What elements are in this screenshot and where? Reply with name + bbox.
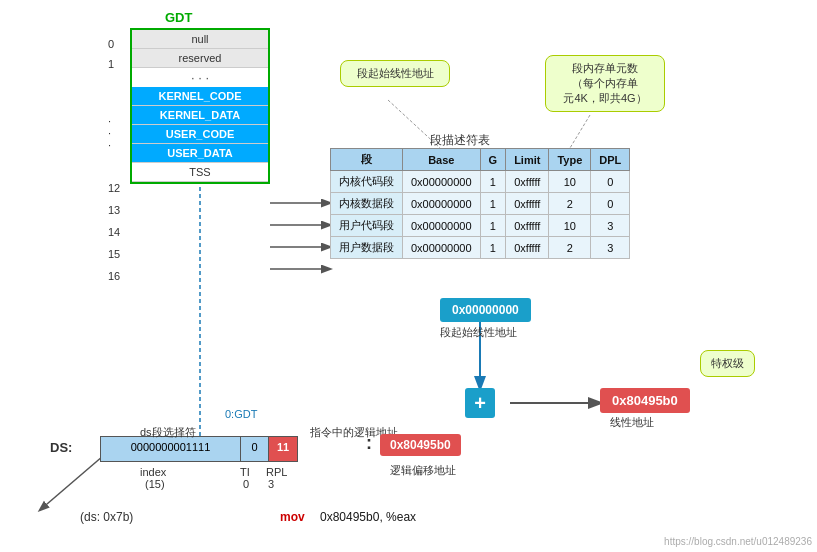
gdt-ref-label: 0:GDT (225, 408, 257, 420)
blue-box-base: 0x00000000 (440, 298, 531, 322)
rpl-value: 3 (268, 478, 274, 490)
gdt-index-dots: ··· (108, 115, 111, 151)
table-row: 用户数据段 0x00000000 1 0xfffff 2 3 (331, 237, 630, 259)
gdt-title: GDT (165, 10, 192, 25)
ti-value: 0 (243, 478, 249, 490)
rpl-label: RPL (266, 466, 287, 478)
index-value: (15) (145, 478, 165, 490)
gdt-row-tss: TSS (132, 163, 268, 182)
seg-col-header-type: Type (549, 149, 591, 171)
gdt-index-1: 1 (108, 58, 114, 70)
gdt-index-12: 12 (108, 182, 120, 194)
gdt-index-15: 15 (108, 248, 120, 260)
gdt-row-user-code: USER_CODE (132, 125, 268, 144)
logical-offset-label: 逻辑偏移地址 (390, 463, 456, 478)
gdt-row-null: null (132, 30, 268, 49)
offset-value-box: 0x80495b0 (380, 434, 461, 456)
watermark: https://blog.csdn.net/u012489236 (664, 536, 812, 547)
gdt-row-reserved: reserved (132, 49, 268, 68)
ds-selector-box: 0000000001111 0 11 (100, 436, 298, 462)
blue-box-base-label: 段起始线性地址 (440, 325, 517, 340)
gdt-index-13: 13 (108, 204, 120, 216)
mov-instruction: mov (280, 510, 305, 524)
ds-selector-label: ds段选择符 (140, 425, 196, 440)
gdt-index-0: 0 (108, 38, 114, 50)
ds-value: (ds: 0x7b) (80, 510, 133, 524)
ds-label: DS: (50, 440, 72, 455)
callout-base-addr: 段起始线性地址 (340, 60, 450, 87)
red-box-linear: 0x80495b0 (600, 388, 690, 413)
table-row: 用户代码段 0x00000000 1 0xfffff 10 3 (331, 215, 630, 237)
callout-mem-units: 段内存单元数（每个内存单元4K，即共4G） (545, 55, 665, 112)
privilege-callout: 特权级 (700, 350, 755, 377)
table-row: 内核代码段 0x00000000 1 0xfffff 10 0 (331, 171, 630, 193)
table-row: 内核数据段 0x00000000 1 0xfffff 2 0 (331, 193, 630, 215)
red-box-label: 线性地址 (610, 415, 654, 430)
seg-col-header-dpl: DPL (591, 149, 630, 171)
seg-col-header-limit: Limit (506, 149, 549, 171)
index-label: index (140, 466, 166, 478)
svg-line-5 (570, 115, 590, 148)
gdt-row-kernel-code: KERNEL_CODE (132, 87, 268, 106)
seg-desc-table-label: 段描述符表 (430, 132, 490, 149)
seg-col-header-g: G (480, 149, 506, 171)
gdt-dots: · · · (132, 68, 268, 87)
gdt-row-kernel-data: KERNEL_DATA (132, 106, 268, 125)
seg-col-header-seg: 段 (331, 149, 403, 171)
mov-operand: 0x80495b0, %eax (320, 510, 416, 524)
ds-ti-bits: 0 (241, 437, 269, 461)
gdt-index-14: 14 (108, 226, 120, 238)
gdt-index-16: 16 (108, 270, 120, 282)
ti-label: TI (240, 466, 250, 478)
ds-index-bits: 0000000001111 (101, 437, 241, 461)
ds-rpl-bits: 11 (269, 437, 297, 461)
gdt-box: null reserved · · · KERNEL_CODE KERNEL_D… (130, 28, 270, 184)
seg-table: 段 Base G Limit Type DPL 内核代码段 0x00000000… (330, 148, 630, 259)
plus-symbol: + (465, 388, 495, 418)
gdt-row-user-data: USER_DATA (132, 144, 268, 163)
seg-col-header-base: Base (403, 149, 481, 171)
diagram-container: GDT null reserved · · · KERNEL_CODE KERN… (0, 0, 817, 552)
